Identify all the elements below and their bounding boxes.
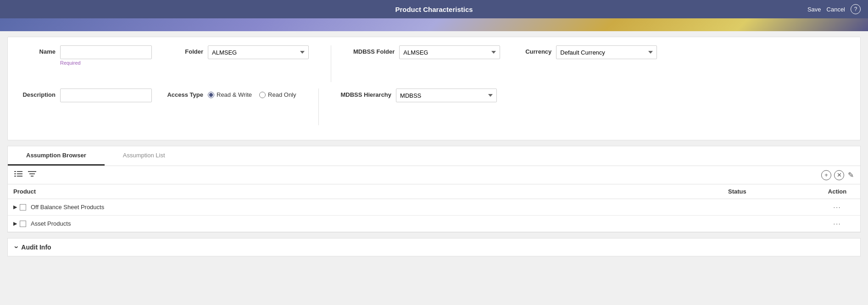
svg-rect-0 xyxy=(14,171,16,172)
svg-rect-4 xyxy=(14,176,16,177)
col-status: Status xyxy=(723,184,814,199)
mdbss-hierarchy-select[interactable]: MDBSS xyxy=(396,89,497,102)
currency-group: Currency Default Currency xyxy=(515,45,657,59)
svg-rect-1 xyxy=(17,171,22,172)
audit-expand-icon: › xyxy=(12,246,21,248)
mdbss-hierarchy-group: MDBSS Hierarchy MDBSS xyxy=(341,89,497,102)
banner-image xyxy=(0,18,868,31)
table-toolbar: + ✕ ✎ xyxy=(8,166,860,184)
svg-rect-8 xyxy=(31,176,33,177)
row-expand-1: ▶ Off Balance Sheet Products xyxy=(13,204,717,211)
form-row-2: Description Access Type Read & Write Rea… xyxy=(19,89,849,125)
name-label: Name xyxy=(19,45,56,55)
row-checkbox-2[interactable] xyxy=(20,221,26,227)
list-icon xyxy=(14,171,22,177)
audit-label: Audit Info xyxy=(21,244,51,251)
currency-label: Currency xyxy=(515,45,551,55)
product-name-2: Asset Products xyxy=(31,220,71,227)
read-write-radio[interactable] xyxy=(208,92,214,98)
product-table: Product Status Action ▶ Off Balance Shee… xyxy=(8,184,860,232)
row-expand-2: ▶ Asset Products xyxy=(13,220,717,227)
svg-rect-7 xyxy=(29,173,35,174)
expand-arrow-1[interactable]: ▶ xyxy=(13,204,17,210)
tab-assumption-list[interactable]: Assumption List xyxy=(105,146,184,166)
status-cell-1 xyxy=(723,199,814,216)
tabs-container: Assumption Browser Assumption List xyxy=(7,146,861,233)
access-type-options: Read & Write Read Only xyxy=(208,89,296,98)
access-type-label: Access Type xyxy=(167,89,203,98)
name-input[interactable] xyxy=(60,45,152,59)
col-product: Product xyxy=(8,184,723,199)
name-input-wrapper: Required xyxy=(60,45,152,66)
list-view-button[interactable] xyxy=(13,170,23,180)
table-row: ▶ Asset Products ··· xyxy=(8,216,860,232)
table-row: ▶ Off Balance Sheet Products ··· xyxy=(8,199,860,216)
read-only-radio[interactable] xyxy=(259,92,266,98)
expand-arrow-2[interactable]: ▶ xyxy=(13,221,17,227)
form-section: Name Required Folder ALMSEG MDBSS Folder… xyxy=(7,37,861,140)
read-write-option[interactable]: Read & Write xyxy=(208,91,252,98)
read-only-label: Read Only xyxy=(268,91,296,98)
name-required: Required xyxy=(60,60,152,66)
action-cell-2[interactable]: ··· xyxy=(814,216,860,232)
action-cell-1[interactable]: ··· xyxy=(814,199,860,216)
svg-rect-6 xyxy=(28,171,36,172)
read-only-option[interactable]: Read Only xyxy=(259,91,296,98)
row-checkbox-1[interactable] xyxy=(20,204,26,211)
description-input[interactable] xyxy=(60,89,152,102)
form-row-1: Name Required Folder ALMSEG MDBSS Folder… xyxy=(19,45,849,82)
currency-select[interactable]: Default Currency xyxy=(556,45,657,59)
mdbss-folder-select[interactable]: ALMSEG xyxy=(399,45,500,59)
save-button[interactable]: Save xyxy=(807,6,821,13)
folder-group: Folder ALMSEG xyxy=(167,45,309,59)
tab-assumption-browser[interactable]: Assumption Browser xyxy=(8,146,105,166)
help-button[interactable]: ? xyxy=(851,4,861,14)
product-cell-1: ▶ Off Balance Sheet Products xyxy=(8,199,723,216)
remove-button[interactable]: ✕ xyxy=(834,170,844,180)
read-write-label: Read & Write xyxy=(217,91,252,98)
mdbss-folder-label: MDBSS Folder xyxy=(353,45,395,55)
name-group: Name Required xyxy=(19,45,152,66)
toolbar-right: + ✕ ✎ xyxy=(821,170,855,180)
folder-label: Folder xyxy=(167,45,203,55)
svg-rect-3 xyxy=(17,173,22,174)
toolbar-left xyxy=(13,170,37,180)
description-group: Description xyxy=(19,89,152,102)
col-action: Action xyxy=(814,184,860,199)
status-cell-2 xyxy=(723,216,814,232)
form-divider xyxy=(331,45,331,82)
form-divider-2 xyxy=(318,89,319,125)
add-button[interactable]: + xyxy=(821,170,831,180)
audit-header[interactable]: › Audit Info xyxy=(15,243,853,251)
header-actions: Save Cancel ? xyxy=(807,4,861,14)
product-cell-2: ▶ Asset Products xyxy=(8,216,723,232)
filter-icon xyxy=(28,171,36,177)
edit-button[interactable]: ✎ xyxy=(847,170,855,180)
svg-rect-2 xyxy=(14,173,16,174)
page-title: Product Characteristics xyxy=(395,6,473,13)
page-header: Product Characteristics Save Cancel ? xyxy=(0,0,868,18)
cancel-button[interactable]: Cancel xyxy=(827,6,845,13)
table-header-row: Product Status Action xyxy=(8,184,860,199)
description-label: Description xyxy=(19,89,56,98)
filter-button[interactable] xyxy=(27,170,37,180)
folder-select[interactable]: ALMSEG xyxy=(208,45,309,59)
tabs-header: Assumption Browser Assumption List xyxy=(8,146,860,166)
svg-rect-5 xyxy=(17,176,22,177)
mdbss-hierarchy-label: MDBSS Hierarchy xyxy=(341,89,392,98)
access-type-group: Access Type Read & Write Read Only xyxy=(167,89,296,98)
audit-section: › Audit Info xyxy=(7,238,861,256)
mdbss-folder-group: MDBSS Folder ALMSEG xyxy=(353,45,500,59)
product-name-1: Off Balance Sheet Products xyxy=(31,204,104,211)
